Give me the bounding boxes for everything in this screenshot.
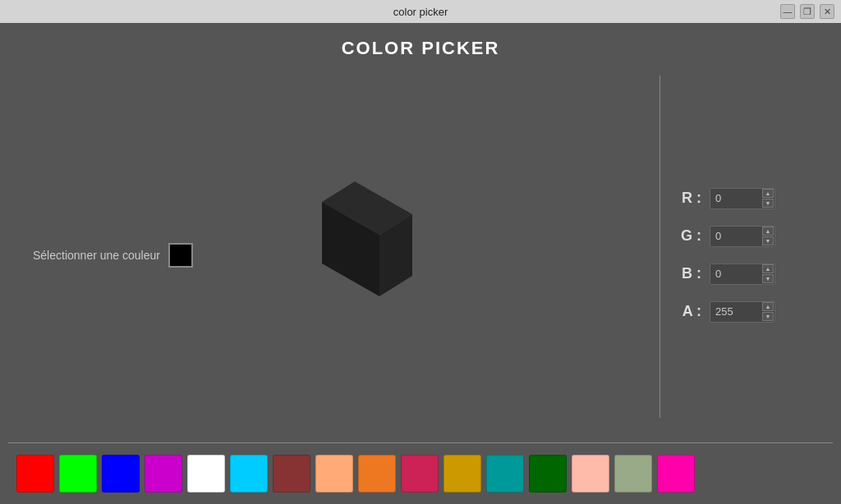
palette-color-1[interactable] <box>59 455 97 493</box>
left-panel: Sélectionner une couleur <box>0 67 659 442</box>
spinner-b: ▲ ▼ <box>762 263 774 285</box>
title-bar: color picker — ❐ ✕ <box>0 0 841 23</box>
channel-row-r: R : ▲ ▼ <box>677 188 816 209</box>
color-selector-label: Sélectionner une couleur <box>33 249 160 262</box>
spinner-a-down[interactable]: ▼ <box>762 312 774 321</box>
channel-label-r: R : <box>677 190 701 207</box>
palette-color-2[interactable] <box>102 455 140 493</box>
page-title: COLOR PICKER <box>0 23 841 67</box>
spinner-r-up[interactable]: ▲ <box>762 189 774 198</box>
color-swatch[interactable] <box>168 243 193 268</box>
palette-color-11[interactable] <box>486 455 524 493</box>
spinner-b-up[interactable]: ▲ <box>762 264 774 273</box>
channel-input-g-wrapper: ▲ ▼ <box>710 226 775 247</box>
channel-input-b-wrapper: ▲ ▼ <box>710 263 775 285</box>
spinner-a: ▲ ▼ <box>762 301 774 323</box>
palette-color-8[interactable] <box>358 455 396 493</box>
palette-color-9[interactable] <box>401 455 439 493</box>
app-container: COLOR PICKER Sélectionner une couleur <box>0 23 841 504</box>
palette-color-13[interactable] <box>572 455 609 493</box>
spinner-r-down[interactable]: ▼ <box>762 199 774 208</box>
window-title: color picker <box>393 6 448 18</box>
palette-color-5[interactable] <box>230 455 268 493</box>
spinner-g-up[interactable]: ▲ <box>762 227 774 236</box>
cube-container <box>264 157 445 337</box>
palette-color-12[interactable] <box>529 455 567 493</box>
palette-color-3[interactable] <box>145 455 182 493</box>
color-selector-row: Sélectionner une couleur <box>33 243 193 268</box>
palette-strip <box>0 443 841 504</box>
maximize-button[interactable]: ❐ <box>800 4 815 19</box>
palette-color-6[interactable] <box>273 455 310 493</box>
channel-label-b: B : <box>677 265 701 282</box>
spinner-g-down[interactable]: ▼ <box>762 236 774 245</box>
right-panel: R : ▲ ▼ G : ▲ ▼ <box>660 67 841 442</box>
close-button[interactable]: ✕ <box>820 4 834 19</box>
channel-input-a-wrapper: ▲ ▼ <box>710 301 775 323</box>
spinner-g: ▲ ▼ <box>762 226 774 247</box>
palette-color-7[interactable] <box>315 455 353 493</box>
channel-row-b: B : ▲ ▼ <box>677 263 816 285</box>
palette-color-10[interactable] <box>443 455 481 493</box>
palette-color-15[interactable] <box>657 455 695 493</box>
channel-row-a: A : ▲ ▼ <box>677 301 816 323</box>
channel-input-r-wrapper: ▲ ▼ <box>710 188 775 209</box>
main-content: Sélectionner une couleur R : <box>0 67 841 442</box>
minimize-button[interactable]: — <box>780 4 795 19</box>
spinner-b-down[interactable]: ▼ <box>762 274 774 283</box>
palette-color-14[interactable] <box>614 455 652 493</box>
channel-row-g: G : ▲ ▼ <box>677 226 816 247</box>
window-controls: — ❐ ✕ <box>780 4 834 19</box>
channel-label-a: A : <box>677 303 701 320</box>
spinner-a-up[interactable]: ▲ <box>762 302 774 311</box>
cube-3d <box>273 165 437 329</box>
palette-color-4[interactable] <box>187 455 225 493</box>
palette-color-0[interactable] <box>16 455 54 493</box>
spinner-r: ▲ ▼ <box>762 188 774 209</box>
channel-label-g: G : <box>677 227 701 245</box>
